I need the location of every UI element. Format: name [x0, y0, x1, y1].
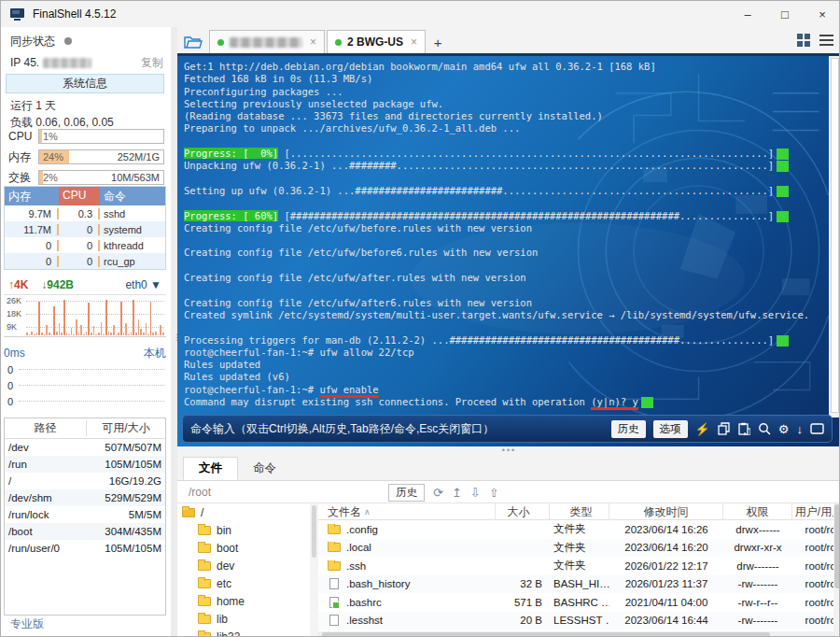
- paste-icon[interactable]: [738, 422, 750, 435]
- disk-row[interactable]: /boot304M/435M: [5, 523, 165, 540]
- terminal-area[interactable]: Get:1 http://deb.debian.org/debian bookw…: [177, 53, 840, 446]
- up-directory-icon[interactable]: ↥: [452, 486, 462, 500]
- network-bar: [66, 333, 68, 335]
- disk-row[interactable]: /run105M/105M: [5, 456, 165, 473]
- file-type-cell: 文件夹: [550, 522, 609, 536]
- path-history-button[interactable]: 历史: [388, 484, 425, 502]
- fullscreen-icon[interactable]: [810, 423, 824, 434]
- settings-gear-icon[interactable]: ⚙: [778, 423, 790, 435]
- tree-item-lib32[interactable]: lib32: [177, 628, 310, 637]
- new-tab-button[interactable]: +: [427, 31, 448, 53]
- close-button[interactable]: ×: [804, 1, 840, 27]
- ping-host-link[interactable]: 本机: [144, 346, 166, 361]
- process-row[interactable]: 9.7M0.3sshd: [5, 205, 165, 221]
- file-name: .bash_history: [346, 578, 410, 589]
- close-tab-icon[interactable]: ×: [310, 35, 316, 49]
- file-header-3[interactable]: 修改时间: [609, 503, 723, 520]
- ping-latency: 0ms: [4, 347, 25, 360]
- close-tab-icon[interactable]: ×: [411, 35, 417, 49]
- file-row[interactable]: .local文件夹2023/06/14 16:20drwxr-xr-xroot/…: [318, 539, 833, 558]
- terminal-scrollbar[interactable]: [829, 56, 840, 418]
- network-bar: [38, 302, 40, 335]
- collapse-arrow-icon[interactable]: ↓: [797, 423, 804, 435]
- disk-row[interactable]: /dev507M/507M: [5, 439, 165, 456]
- file-header-2[interactable]: 类型: [550, 503, 609, 520]
- sync-status-dot: [64, 37, 72, 45]
- menu-icon[interactable]: [819, 35, 833, 46]
- window-title: FinalShell 4.5.12: [33, 7, 116, 21]
- command-input-bar[interactable]: 命令输入（双击Ctrl切换,Alt历史,Tab路径/命令,Esc关闭窗口） 历史…: [182, 415, 833, 443]
- tree-item-root[interactable]: /: [177, 503, 310, 521]
- tree-item-home[interactable]: home: [177, 592, 310, 610]
- panel-splitter[interactable]: •••: [177, 446, 840, 457]
- options-button[interactable]: 选项: [653, 420, 688, 438]
- system-info-button[interactable]: 系统信息: [6, 74, 164, 93]
- ping-row: 0: [4, 377, 166, 393]
- meter-detail: 10M/563M: [111, 172, 160, 183]
- file-name: .local: [346, 542, 371, 553]
- sidebar-splitter[interactable]: ⋮: [171, 27, 177, 637]
- network-bar: [56, 332, 58, 335]
- file-table-horizontal-scrollbar[interactable]: [318, 631, 833, 637]
- tree-item-dev[interactable]: dev: [177, 557, 310, 574]
- disk-row[interactable]: /16G/19.2G: [5, 473, 165, 489]
- process-row[interactable]: 11.7M0systemd: [5, 221, 165, 237]
- folder-icon: [198, 544, 211, 553]
- refresh-icon[interactable]: ⟳: [433, 486, 443, 500]
- network-bar: [123, 333, 125, 335]
- history-button[interactable]: 历史: [611, 420, 646, 438]
- tab-commands[interactable]: 命令: [238, 457, 291, 480]
- file-table-vertical-scrollbar[interactable]: [833, 503, 840, 637]
- file-row[interactable]: .bash_history32 BBASH_HI…2026/01/23 11:3…: [318, 575, 833, 594]
- search-icon[interactable]: [758, 422, 771, 435]
- file-name-cell: .bashrc: [318, 597, 496, 608]
- terminal-line: [184, 234, 822, 247]
- tree-item-etc[interactable]: etc: [177, 574, 310, 592]
- upload-rate: ↑4K: [8, 278, 28, 291]
- network-bar: [147, 334, 149, 335]
- file-type-cell: 文件夹: [550, 559, 609, 573]
- process-row[interactable]: 00rcu_gp: [5, 253, 165, 269]
- layout-grid-icon[interactable]: [797, 34, 810, 47]
- tab-files[interactable]: 文件: [183, 457, 238, 480]
- title-bar: FinalShell 4.5.12 – □ ×: [1, 1, 840, 27]
- file-row[interactable]: .lesshst20 BLESSHST …2023/06/14 16:44-rw…: [318, 612, 833, 630]
- meter-label: CPU: [8, 130, 38, 143]
- current-path[interactable]: /root: [189, 486, 211, 499]
- copy-ip-link[interactable]: 复制: [141, 55, 163, 71]
- disk-row[interactable]: /dev/shm529M/529M: [5, 489, 165, 506]
- session-tab-2-active[interactable]: 2 BWG-US ×: [327, 30, 426, 53]
- network-bar: [140, 329, 142, 335]
- tree-scrollbar[interactable]: [310, 503, 318, 637]
- connection-manager-button[interactable]: [177, 31, 209, 53]
- file-name-cell: .lesshst: [318, 615, 496, 626]
- file-header-5[interactable]: 用户/用户组: [792, 503, 833, 520]
- minimize-button[interactable]: –: [729, 1, 766, 27]
- tree-item-bin[interactable]: bin: [177, 521, 310, 539]
- tree-item-boot[interactable]: boot: [177, 539, 310, 557]
- file-icon: [329, 597, 339, 608]
- file-row[interactable]: .bashrc571 BBASHRC …2021/04/11 04:00-rw-…: [318, 593, 833, 612]
- file-row[interactable]: .ssh文件夹2026/01/22 12:17drw-------root/ro…: [318, 557, 833, 575]
- file-header-1[interactable]: 大小: [496, 503, 550, 520]
- file-size-cell: 32 B: [496, 578, 550, 589]
- process-row[interactable]: 00kthreadd: [5, 237, 165, 253]
- quick-command-icon[interactable]: ⚡: [695, 423, 710, 435]
- red-annotation: (y|n)? y: [591, 396, 638, 410]
- interface-selector[interactable]: eth0 ▼: [125, 278, 161, 291]
- maximize-button[interactable]: □: [766, 1, 804, 27]
- download-icon[interactable]: ⇩: [470, 486, 481, 500]
- file-header-4[interactable]: 权限: [723, 503, 792, 520]
- file-header-0[interactable]: 文件名∧: [318, 503, 496, 520]
- copy-icon[interactable]: [718, 422, 731, 435]
- disk-header-size[interactable]: 可用/大小: [87, 420, 165, 436]
- session-tab-1[interactable]: ×: [209, 30, 325, 53]
- disk-row[interactable]: /run/user/0105M/105M: [5, 540, 165, 557]
- disk-header-path[interactable]: 路径: [5, 420, 87, 436]
- file-row[interactable]: .config文件夹2023/06/14 16:26drwx------root…: [318, 520, 833, 539]
- network-bar: [73, 334, 75, 335]
- upload-icon[interactable]: ⇧: [489, 486, 499, 500]
- tree-item-lib[interactable]: lib: [177, 610, 310, 628]
- disk-row[interactable]: /run/lock5M/5M: [5, 506, 165, 523]
- meter-bar: 2%10M/563M: [38, 170, 164, 185]
